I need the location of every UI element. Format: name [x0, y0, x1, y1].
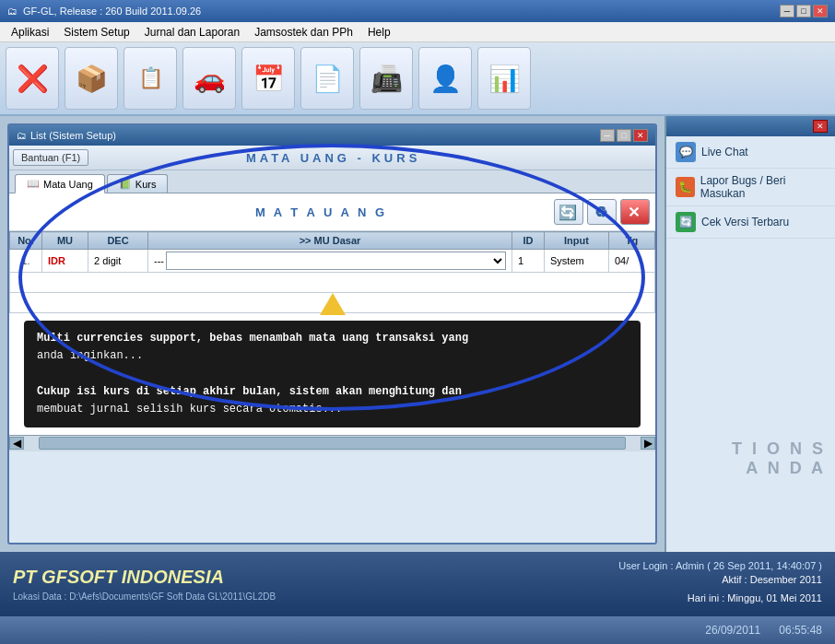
- cell-input: System: [545, 250, 609, 273]
- user-icon: 👤: [427, 60, 464, 97]
- tooltip-line2: anda inginkan...: [37, 347, 628, 365]
- menu-help[interactable]: Help: [360, 24, 398, 41]
- scroll-thumb[interactable]: [39, 437, 626, 450]
- live-chat-icon: 💬: [676, 142, 696, 162]
- cell-dec: 2 digit: [88, 250, 148, 273]
- cell-mu: IDR: [42, 250, 88, 273]
- chat-item-bugs[interactable]: 🐛 Lapor Bugs / Beri Masukan: [666, 169, 835, 206]
- tab-mata-uang[interactable]: 📖 Mata Uang: [15, 174, 105, 193]
- chart-icon: 📊: [486, 60, 523, 97]
- right-panel-title-bar: ✕: [666, 116, 835, 136]
- mata-uang-tab-icon: 📖: [27, 178, 40, 190]
- refresh-icon: 🔄: [559, 204, 580, 221]
- delete-button[interactable]: ✕: [620, 199, 650, 225]
- kurs-tab-icon: 📗: [119, 178, 132, 190]
- col-dec: DEC: [88, 232, 148, 250]
- toolbar-btn-report[interactable]: 📋: [123, 47, 177, 110]
- right-panel: ✕ 💬 Live Chat 🐛 Lapor Bugs / Beri Masuka…: [664, 116, 835, 552]
- main-area: 🗂 List (Sistem Setup) ─ □ ✕ Bantuan (F1)…: [0, 116, 664, 552]
- minimize-button[interactable]: ─: [780, 5, 794, 18]
- version-icon: 🔄: [676, 212, 696, 232]
- toolbar-btn-calendar[interactable]: 📅: [241, 47, 295, 110]
- dialog-window: 🗂 List (Sistem Setup) ─ □ ✕ Bantuan (F1)…: [7, 123, 657, 544]
- bottom-bar: 26/09/2011 06:55:48: [0, 616, 835, 644]
- chat-item-version[interactable]: 🔄 Cek Versi Terbaru: [666, 206, 835, 239]
- col-id: ID: [512, 232, 545, 250]
- dialog-title: List (Sistem Setup): [30, 130, 116, 141]
- sync-button[interactable]: ♻: [587, 199, 617, 225]
- yellow-arrow: [320, 293, 346, 315]
- scroll-left-btn[interactable]: ◀: [9, 437, 24, 450]
- dialog-title-controls: ─ □ ✕: [600, 129, 648, 142]
- toolbar-btn-document[interactable]: 📄: [300, 47, 354, 110]
- right-panel-close[interactable]: ✕: [813, 120, 828, 133]
- menu-jamsostek[interactable]: Jamsostek dan PPh: [247, 24, 360, 41]
- dialog-title-bar: 🗂 List (Sistem Setup) ─ □ ✕: [9, 125, 655, 146]
- close-button[interactable]: ✕: [813, 5, 828, 18]
- menu-bar: Aplikasi Sistem Setup Jurnal dan Laporan…: [0, 22, 835, 42]
- menu-sistem-setup[interactable]: Sistem Setup: [56, 24, 136, 41]
- title-bar-left: 🗂 GF-GL, Release : 260 Build 2011.09.26: [7, 6, 201, 17]
- cell-base: ---: [148, 250, 512, 273]
- dialog-close[interactable]: ✕: [633, 129, 648, 142]
- fax-icon: 📠: [368, 60, 405, 97]
- menu-aplikasi[interactable]: Aplikasi: [4, 24, 56, 41]
- toolbar-btn-package[interactable]: 📦: [65, 47, 118, 110]
- delete-icon: ✕: [628, 204, 642, 221]
- toolbar-btn-close[interactable]: ❌: [6, 47, 59, 110]
- cell-id: 1: [512, 250, 545, 273]
- cell-no: 1.: [10, 250, 42, 273]
- col-tg: Tg: [609, 232, 655, 250]
- watermark-line1: T I O N S: [732, 439, 826, 459]
- bottom-time: 06:55:48: [779, 624, 822, 637]
- table-row[interactable]: 1. IDR 2 digit --- 1 System 0: [10, 250, 655, 273]
- dialog-subtitle: MATA UANG - KURS: [246, 151, 420, 165]
- app-icon: 🗂: [7, 6, 18, 17]
- title-bar-controls: ─ □ ✕: [780, 5, 828, 18]
- chat-item-live[interactable]: 💬 Live Chat: [666, 136, 835, 169]
- bugs-icon: 🐛: [676, 177, 695, 197]
- refresh-button[interactable]: 🔄: [554, 199, 583, 225]
- toolbar-btn-car[interactable]: 🚗: [182, 47, 236, 110]
- bugs-label: Lapor Bugs / Beri Masukan: [700, 174, 826, 200]
- col-no: No.: [10, 232, 42, 250]
- base-dropdown[interactable]: [166, 252, 506, 270]
- dialog-icon: 🗂: [17, 130, 27, 141]
- user-login: User Login : Admin ( 26 Sep 2011, 14:40:…: [618, 560, 822, 571]
- tab-kurs[interactable]: 📗 Kurs: [107, 174, 169, 193]
- hari-ini: Hari ini : Minggu, 01 Mei 2011: [618, 590, 822, 608]
- version-label: Cek Versi Terbaru: [701, 216, 789, 228]
- calendar-icon: 📅: [250, 60, 287, 97]
- horizontal-scrollbar[interactable]: ◀ ▶: [9, 435, 655, 451]
- toolbar-btn-user[interactable]: 👤: [418, 47, 472, 110]
- col-mu: MU: [42, 232, 88, 250]
- dialog-minimize[interactable]: ─: [600, 129, 615, 142]
- bantuan-button[interactable]: Bantuan (F1): [13, 149, 88, 166]
- tooltip-box: Multi currencies support, bebas menambah…: [24, 321, 641, 427]
- close-icon: ❌: [14, 60, 51, 97]
- dialog-tabs: 📖 Mata Uang 📗 Kurs: [9, 170, 655, 193]
- company-name: PT GFSOFT INDONESIA: [13, 567, 276, 588]
- report-icon: 📋: [132, 60, 169, 97]
- tooltip-line5: membuat jurnal selisih kurs secara otoma…: [37, 401, 628, 418]
- section-header: M A T A U A N G 🔄 ♻ ✕: [9, 193, 655, 231]
- toolbar-btn-chart[interactable]: 📊: [477, 47, 531, 110]
- dialog-content: M A T A U A N G 🔄 ♻ ✕: [9, 193, 655, 451]
- aktif-period: Aktif : Desember 2011: [618, 571, 822, 590]
- watermark-line2: A N D A: [732, 459, 826, 478]
- sync-icon: ♻: [594, 204, 610, 221]
- toolbar: ❌ 📦 📋 🚗 📅 📄 📠 👤 📊: [0, 42, 835, 116]
- maximize-button[interactable]: □: [796, 5, 811, 18]
- dialog-maximize[interactable]: □: [617, 129, 631, 142]
- cell-tg: 04/: [609, 250, 655, 273]
- col-input: Input: [545, 232, 609, 250]
- menu-jurnal-laporan[interactable]: Jurnal dan Laporan: [137, 24, 247, 41]
- col-base: >> MU Dasar: [148, 232, 512, 250]
- section-title: M A T A U A N G: [255, 205, 387, 219]
- table-row-empty-1: [10, 273, 655, 293]
- title-bar: 🗂 GF-GL, Release : 260 Build 2011.09.26 …: [0, 0, 835, 22]
- toolbar-btn-fax[interactable]: 📠: [359, 47, 413, 110]
- scroll-right-btn[interactable]: ▶: [641, 437, 655, 450]
- tooltip-line4: Cukup isi kurs di setiap akhir bulan, si…: [37, 383, 628, 401]
- package-icon: 📦: [73, 60, 110, 97]
